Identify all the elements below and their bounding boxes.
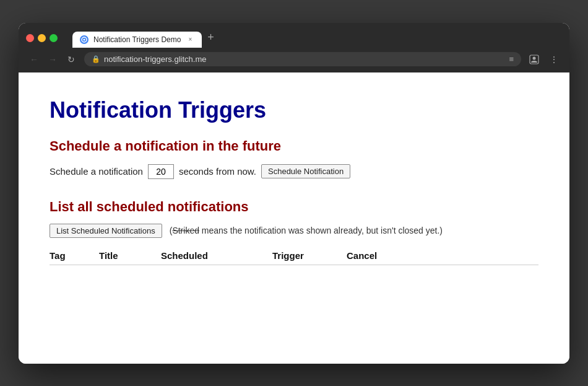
profile-icon[interactable] <box>526 51 542 68</box>
back-button[interactable]: ← <box>26 51 42 68</box>
title-bar: Notification Triggers Demo × + ← → ↻ 🔒 n… <box>19 23 569 72</box>
svg-point-1 <box>84 38 85 40</box>
page-title: Notification Triggers <box>50 97 538 123</box>
url-text: notification-triggers.glitch.me <box>104 55 505 64</box>
tab-close-button[interactable]: × <box>186 35 194 44</box>
svg-point-3 <box>533 56 536 59</box>
tabs-bar: Notification Triggers Demo × + <box>72 29 562 48</box>
nav-buttons: ← → ↻ <box>26 51 79 68</box>
page-content: Notification Triggers Schedule a notific… <box>19 72 569 364</box>
close-traffic-light[interactable] <box>26 34 34 42</box>
toolbar-right: ⋮ <box>526 51 562 68</box>
title-bar-top: Notification Triggers Demo × + <box>19 23 569 48</box>
col-trigger: Trigger <box>272 250 347 261</box>
list-info-text: (Striked means the notification was show… <box>170 226 443 235</box>
minimize-traffic-light[interactable] <box>38 34 46 42</box>
new-tab-button[interactable]: + <box>202 29 219 46</box>
schedule-seconds-input[interactable] <box>148 164 174 179</box>
active-tab[interactable]: Notification Triggers Demo × <box>72 32 202 48</box>
more-options-icon[interactable]: ⋮ <box>546 51 562 68</box>
schedule-notification-button[interactable]: Schedule Notification <box>261 164 350 178</box>
url-bar-right-icon: ≡ <box>509 55 514 64</box>
maximize-traffic-light[interactable] <box>50 34 58 42</box>
reload-button[interactable]: ↻ <box>63 51 79 68</box>
url-bar[interactable]: 🔒 notification-triggers.glitch.me ≡ <box>84 52 521 66</box>
col-cancel: Cancel <box>347 250 396 261</box>
table-header: Tag Title Scheduled Trigger Cancel <box>50 250 538 265</box>
schedule-row: Schedule a notification seconds from now… <box>50 164 538 179</box>
section2-title: List all scheduled notifications <box>50 199 538 215</box>
address-bar: ← → ↻ 🔒 notification-triggers.glitch.me … <box>19 48 569 72</box>
list-scheduled-notifications-button[interactable]: List Scheduled Notifications <box>50 224 162 238</box>
col-title: Title <box>99 250 161 261</box>
striked-text: Striked <box>172 226 199 235</box>
tab-favicon <box>80 35 89 44</box>
list-notifications-row: List Scheduled Notifications (Striked me… <box>50 224 538 238</box>
lock-icon: 🔒 <box>92 55 100 63</box>
schedule-label-before: Schedule a notification <box>50 166 143 177</box>
col-tag: Tag <box>50 250 99 261</box>
browser-window: Notification Triggers Demo × + ← → ↻ 🔒 n… <box>19 23 569 364</box>
schedule-label-after: seconds from now. <box>179 166 256 177</box>
col-scheduled: Scheduled <box>161 250 272 261</box>
section1-title: Schedule a notification in the future <box>50 138 538 154</box>
forward-button[interactable]: → <box>45 51 61 68</box>
traffic-lights <box>26 34 58 42</box>
tab-title-text: Notification Triggers Demo <box>93 35 181 44</box>
